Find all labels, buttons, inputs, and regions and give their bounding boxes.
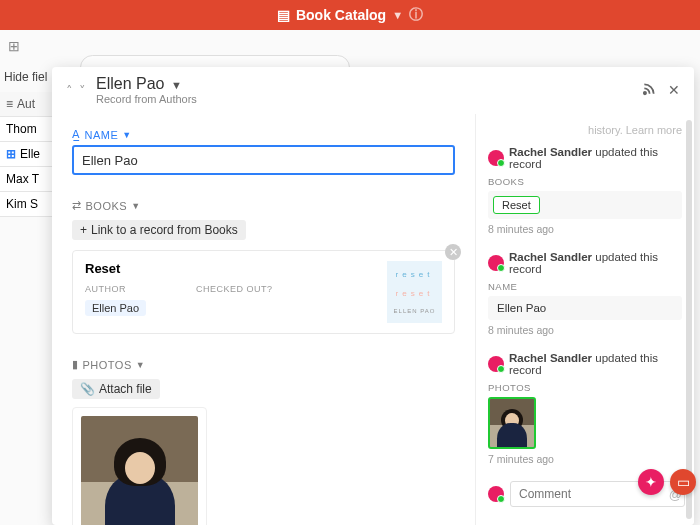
added-chip[interactable]: Reset <box>493 196 540 214</box>
button-label: Attach file <box>99 382 152 396</box>
checked-out-label: CHECKED OUT? <box>196 284 273 294</box>
actor-name[interactable]: Rachel Sandler <box>509 251 592 263</box>
record-fields: A̲ NAME ▼ ⇄ BOOKS ▼ + Link to a record f… <box>52 114 476 525</box>
user-avatar[interactable] <box>488 486 504 502</box>
added-photo[interactable] <box>488 397 536 449</box>
record-modal: ˄ ˅ Ellen Pao ▼ Record from Authors ✕ A̲… <box>52 67 694 525</box>
name-input[interactable] <box>72 145 455 175</box>
name-field-label[interactable]: A̲ NAME ▼ <box>72 128 455 141</box>
actor-name[interactable]: Rachel Sandler <box>509 352 592 364</box>
author-label: AUTHOR <box>85 284 146 294</box>
next-record-icon[interactable]: ˅ <box>79 83 86 98</box>
workspace: ⊞ Hide fiel ≡ Aut Thom ⊞Elle Max T Kim S… <box>0 30 700 525</box>
button-label: Link to a record from Books <box>91 223 238 237</box>
table-row[interactable]: ⊞Elle <box>0 142 60 167</box>
link-record-button[interactable]: + Link to a record from Books <box>72 220 246 240</box>
table-row[interactable]: Kim S <box>0 192 60 217</box>
history-hint[interactable]: history. Learn more <box>488 124 682 136</box>
timestamp: 8 minutes ago <box>488 223 682 235</box>
table-row[interactable]: Thom <box>0 117 60 142</box>
text-field-icon: A̲ <box>72 128 81 141</box>
attach-file-button[interactable]: 📎 Attach file <box>72 379 160 399</box>
changed-field: PHOTOS <box>488 382 682 393</box>
timestamp: 8 minutes ago <box>488 324 682 336</box>
activity-item: Rachel Sandler updated this record NAME … <box>488 251 682 336</box>
attachment-card[interactable] <box>72 407 207 525</box>
user-avatar[interactable] <box>488 255 504 271</box>
add-block-icon[interactable]: ⊞ <box>8 38 20 54</box>
photos-field-label[interactable]: ▮ PHOTOS ▼ <box>72 358 455 371</box>
data-grid: ≡ Aut Thom ⊞Elle Max T Kim S <box>0 92 60 217</box>
author-chip: Ellen Pao <box>85 300 146 316</box>
timestamp: 7 minutes ago <box>488 453 682 465</box>
attachment-field-icon: ▮ <box>72 358 79 371</box>
plus-icon: + <box>80 223 87 237</box>
book-icon: ▤ <box>277 7 290 23</box>
info-icon[interactable]: ⓘ <box>409 6 423 24</box>
column-header[interactable]: ≡ Aut <box>0 92 60 117</box>
caret-down-icon[interactable]: ▼ <box>392 9 403 21</box>
caret-down-icon[interactable]: ▼ <box>136 360 145 370</box>
caret-down-icon[interactable]: ▼ <box>131 201 140 211</box>
caret-down-icon[interactable]: ▼ <box>171 79 182 91</box>
modal-header: ˄ ˅ Ellen Pao ▼ Record from Authors ✕ <box>52 67 694 114</box>
linked-title: Reset <box>85 261 377 276</box>
expand-icon[interactable]: ⊞ <box>6 147 16 161</box>
activity-item: Rachel Sandler updated this record BOOKS… <box>488 146 682 235</box>
caret-down-icon[interactable]: ▼ <box>122 130 131 140</box>
portrait-photo <box>81 416 198 525</box>
record-title: Ellen Pao <box>96 75 165 92</box>
link-field-icon: ⇄ <box>72 199 82 212</box>
activity-item: Rachel Sandler updated this record PHOTO… <box>488 352 682 465</box>
intercom-fab[interactable]: ▭ <box>670 469 696 495</box>
cell: Kim S <box>6 197 38 211</box>
table-row[interactable]: Max T <box>0 167 60 192</box>
linked-record-card[interactable]: ✕ Reset AUTHOR Ellen Pao CHECKED OUT? <box>72 250 455 334</box>
book-cover-thumb: resetresetELLEN PAO <box>387 261 442 323</box>
new-value: Ellen Pao <box>493 300 550 316</box>
help-fab[interactable]: ✦ <box>638 469 664 495</box>
text-icon: ≡ <box>6 97 13 111</box>
user-avatar[interactable] <box>488 356 504 372</box>
change-value: Ellen Pao <box>488 296 682 320</box>
changed-field: BOOKS <box>488 176 682 187</box>
base-title[interactable]: Book Catalog <box>296 7 386 23</box>
close-icon[interactable]: ✕ <box>668 82 680 98</box>
hide-fields-button[interactable]: Hide fiel <box>4 70 47 84</box>
app-header: ▤ Book Catalog ▼ ⓘ <box>0 0 700 30</box>
cell: Elle <box>20 147 40 161</box>
label-text: NAME <box>85 129 119 141</box>
cell: Thom <box>6 122 37 136</box>
unlink-icon[interactable]: ✕ <box>445 244 461 260</box>
paperclip-icon: 📎 <box>80 382 95 396</box>
label-text: BOOKS <box>86 200 128 212</box>
prev-record-icon[interactable]: ˄ <box>66 83 73 98</box>
user-avatar[interactable] <box>488 150 504 166</box>
label-text: PHOTOS <box>83 359 132 371</box>
subscribe-icon[interactable] <box>642 82 656 99</box>
cell: Max T <box>6 172 39 186</box>
change-value: Reset <box>488 191 682 219</box>
column-label: Aut <box>17 97 35 111</box>
books-field-label[interactable]: ⇄ BOOKS ▼ <box>72 199 455 212</box>
fab-group: ✦ ▭ <box>638 469 696 495</box>
record-subtitle: Record from Authors <box>96 93 197 105</box>
activity-feed: history. Learn more Rachel Sandler updat… <box>476 114 694 525</box>
changed-field: NAME <box>488 281 682 292</box>
svg-point-0 <box>644 91 646 93</box>
actor-name[interactable]: Rachel Sandler <box>509 146 592 158</box>
